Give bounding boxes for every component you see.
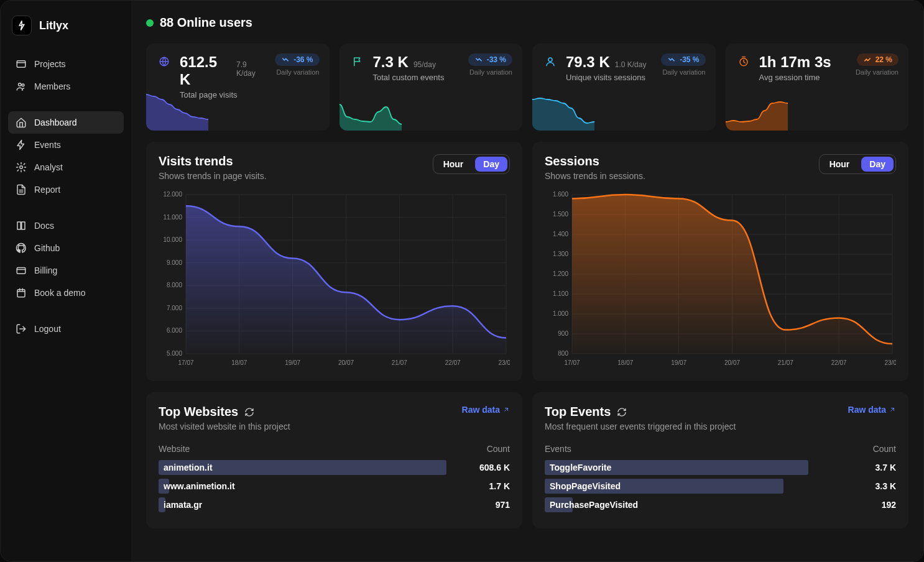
svg-text:1.200: 1.200 bbox=[553, 270, 568, 277]
gear-icon bbox=[16, 162, 27, 173]
stat-label: Unique visits sessions bbox=[566, 73, 654, 82]
table-row-label: animetion.it bbox=[159, 461, 218, 474]
home-icon bbox=[16, 117, 27, 128]
stat-card: 79.3 K 1.0 K/day Unique visits sessions … bbox=[532, 44, 716, 131]
svg-text:1.400: 1.400 bbox=[553, 231, 568, 237]
sidebar-item-label: Billing bbox=[34, 265, 57, 275]
sidebar-item-label: Projects bbox=[34, 59, 66, 69]
top-events-sub: Most frequent user events triggered in t… bbox=[545, 422, 736, 431]
refresh-icon[interactable] bbox=[617, 407, 627, 417]
sidebar-item-github[interactable]: Github bbox=[8, 237, 124, 259]
sidebar-item-label: Github bbox=[34, 243, 60, 253]
stat-value: 7.3 K bbox=[373, 53, 409, 71]
logout-icon bbox=[16, 323, 27, 334]
svg-point-2 bbox=[22, 84, 24, 86]
card-icon bbox=[16, 265, 27, 276]
sidebar-item-members[interactable]: Members bbox=[8, 75, 124, 98]
stat-badge: -36 % bbox=[275, 53, 319, 66]
stat-variation-label: Daily variation bbox=[276, 68, 319, 76]
top-websites-title: Top Websites bbox=[159, 405, 238, 419]
sessions-toggle-hour[interactable]: Hour bbox=[820, 155, 860, 173]
svg-text:900: 900 bbox=[558, 330, 568, 337]
stat-variation-label: Daily variation bbox=[856, 68, 899, 76]
sidebar-item-billing[interactable]: Billing bbox=[8, 259, 124, 282]
raw-data-link[interactable]: Raw data bbox=[462, 405, 510, 415]
svg-text:19/07: 19/07 bbox=[285, 359, 300, 366]
table-row[interactable]: ToggleFavorite 3.7 K bbox=[545, 460, 896, 475]
visits-chart-sub: Shows trends in page visits. bbox=[159, 171, 267, 181]
table-row[interactable]: iamata.gr 971 bbox=[159, 497, 510, 512]
visits-toggle-hour[interactable]: Hour bbox=[433, 155, 474, 173]
book-icon bbox=[16, 220, 27, 231]
stat-card: 1h 17m 3s Avg session time 22 % Daily va… bbox=[726, 44, 909, 131]
svg-text:19/07: 19/07 bbox=[671, 359, 686, 366]
svg-text:9.000: 9.000 bbox=[167, 259, 182, 266]
svg-text:1.100: 1.100 bbox=[553, 290, 568, 297]
sidebar-item-events[interactable]: Events bbox=[8, 134, 124, 156]
top-events-title: Top Events bbox=[545, 405, 611, 419]
stat-label: Avg session time bbox=[759, 73, 848, 82]
svg-point-7 bbox=[548, 58, 552, 62]
stat-variation-label: Daily variation bbox=[662, 68, 705, 76]
table-row[interactable]: PurchasePageVisited 192 bbox=[545, 497, 896, 512]
sidebar-item-dashboard[interactable]: Dashboard bbox=[8, 111, 124, 134]
svg-text:12.000: 12.000 bbox=[163, 191, 182, 198]
bolt-icon bbox=[16, 139, 27, 150]
stat-sparkline bbox=[532, 93, 594, 131]
sidebar-item-projects[interactable]: Projects bbox=[8, 53, 124, 75]
sessions-toggle-day[interactable]: Day bbox=[861, 157, 894, 172]
stat-value: 612.5 K bbox=[180, 53, 231, 88]
sidebar-item-label: Members bbox=[34, 81, 70, 91]
sidebar-item-label: Events bbox=[34, 140, 61, 150]
stat-rate: 95/day bbox=[413, 60, 436, 69]
table-row-value: 3.3 K bbox=[875, 481, 896, 491]
sidebar-item-label: Report bbox=[34, 185, 60, 195]
svg-text:23/07: 23/07 bbox=[498, 359, 510, 366]
svg-text:22/07: 22/07 bbox=[445, 359, 461, 366]
svg-text:21/07: 21/07 bbox=[778, 359, 793, 366]
table-row-value: 608.6 K bbox=[479, 463, 510, 472]
col-count: Count bbox=[487, 444, 510, 454]
flag-icon bbox=[349, 53, 366, 70]
sessions-chart-title: Sessions bbox=[545, 154, 645, 168]
sidebar-item-book-a-demo[interactable]: Book a demo bbox=[8, 282, 124, 304]
svg-rect-0 bbox=[17, 61, 25, 68]
svg-text:7.000: 7.000 bbox=[167, 305, 182, 311]
svg-rect-5 bbox=[17, 290, 25, 297]
refresh-icon[interactable] bbox=[244, 407, 254, 417]
col-count: Count bbox=[873, 444, 896, 454]
table-row-value: 971 bbox=[496, 500, 510, 510]
sidebar-item-report[interactable]: Report bbox=[8, 178, 124, 201]
svg-text:18/07: 18/07 bbox=[617, 359, 633, 366]
svg-text:17/07: 17/07 bbox=[564, 359, 580, 366]
doc-icon bbox=[16, 184, 27, 195]
svg-text:11.000: 11.000 bbox=[163, 214, 182, 221]
globe-icon bbox=[156, 53, 172, 70]
sidebar: Litlyx ProjectsMembers DashboardEventsAn… bbox=[1, 1, 131, 561]
svg-text:1.600: 1.600 bbox=[553, 191, 568, 198]
online-suffix: Online users bbox=[177, 16, 252, 29]
stat-sparkline bbox=[340, 93, 402, 131]
stat-label: Total custom events bbox=[373, 73, 461, 82]
stat-sparkline bbox=[726, 93, 788, 131]
sidebar-item-docs[interactable]: Docs bbox=[8, 214, 124, 237]
stat-card: 7.3 K 95/day Total custom events -33 % D… bbox=[340, 44, 523, 131]
sidebar-item-label: Analyst bbox=[34, 162, 63, 172]
table-row-label: ShopPageVisited bbox=[545, 479, 626, 493]
sidebar-item-logout[interactable]: Logout bbox=[8, 318, 124, 340]
online-users: 88 Online users bbox=[146, 16, 908, 30]
svg-text:1.500: 1.500 bbox=[553, 211, 568, 218]
svg-text:17/07: 17/07 bbox=[178, 359, 193, 366]
table-row-label: ToggleFavorite bbox=[545, 461, 616, 474]
table-row[interactable]: animetion.it 608.6 K bbox=[159, 460, 510, 475]
svg-text:5.000: 5.000 bbox=[167, 350, 182, 357]
brand-logo bbox=[12, 16, 32, 35]
sidebar-item-analyst[interactable]: Analyst bbox=[8, 156, 124, 178]
stat-rate: 1.0 K/day bbox=[615, 60, 647, 69]
svg-text:23/07: 23/07 bbox=[884, 359, 896, 366]
raw-data-link[interactable]: Raw data bbox=[848, 405, 896, 415]
visits-toggle-day[interactable]: Day bbox=[475, 157, 507, 172]
table-row[interactable]: ShopPageVisited 3.3 K bbox=[545, 479, 896, 494]
folder-icon bbox=[16, 58, 27, 70]
table-row[interactable]: www.animetion.it 1.7 K bbox=[159, 479, 510, 494]
